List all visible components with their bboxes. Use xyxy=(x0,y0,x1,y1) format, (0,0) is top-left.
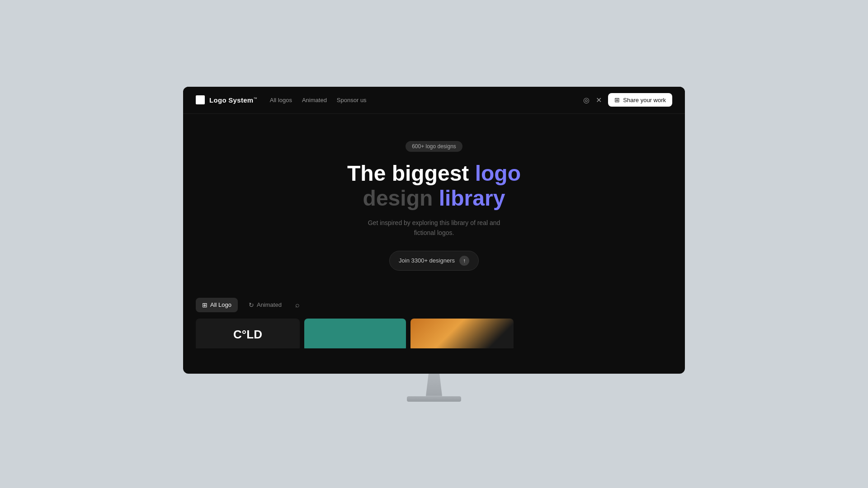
share-button-label: Share your work xyxy=(623,97,666,103)
nav-link-animated[interactable]: Animated xyxy=(302,97,327,103)
logo-square-icon xyxy=(196,95,205,104)
share-icon: ⊞ xyxy=(614,96,620,103)
filter-all-logo-button[interactable]: ⊞ All Logo xyxy=(196,298,238,312)
share-work-button[interactable]: ⊞ Share your work xyxy=(608,93,672,107)
card-logo-text: C°LD xyxy=(233,328,262,342)
filter-animated-button[interactable]: ↻ Animated xyxy=(242,298,288,312)
hero-badge: 600+ logo designs xyxy=(406,141,462,152)
filter-bar: ⊞ All Logo ↻ Animated ⌕ xyxy=(183,298,685,312)
brand-name: Logo System™ xyxy=(209,96,257,104)
gallery-row: C°LD xyxy=(183,312,685,348)
all-logo-icon: ⊞ xyxy=(202,301,208,309)
cta-arrow-icon: ↑ xyxy=(459,256,469,266)
gallery-card-dark[interactable]: C°LD xyxy=(196,319,300,348)
navbar: Logo System™ All logos Animated Sponsor … xyxy=(183,87,685,114)
hero-section: 600+ logo designs The biggest logo desig… xyxy=(183,114,685,289)
nav-link-all-logos[interactable]: All logos xyxy=(270,97,292,103)
twitter-x-icon[interactable]: ✕ xyxy=(596,96,602,104)
cta-label: Join 3300+ designers xyxy=(399,257,455,264)
screen: Logo System™ All logos Animated Sponsor … xyxy=(183,87,685,374)
gallery-card-photo[interactable] xyxy=(410,319,514,348)
animated-icon: ↻ xyxy=(249,301,254,309)
nav-links: All logos Animated Sponsor us xyxy=(270,97,367,103)
instagram-icon[interactable]: ◎ xyxy=(583,96,590,104)
search-icon: ⌕ xyxy=(295,301,300,309)
all-logo-label: All Logo xyxy=(210,301,231,308)
monitor-neck xyxy=(420,374,448,396)
nav-right: ◎ ✕ ⊞ Share your work xyxy=(583,93,672,107)
hero-subtitle: Get inspired by exploring this library o… xyxy=(362,218,506,238)
animated-label: Animated xyxy=(257,301,282,308)
logo-brand[interactable]: Logo System™ xyxy=(196,95,257,104)
nav-link-sponsor[interactable]: Sponsor us xyxy=(337,97,367,103)
gallery-card-teal[interactable] xyxy=(304,319,406,348)
nav-left: Logo System™ All logos Animated Sponsor … xyxy=(196,95,367,104)
monitor-wrapper: Logo System™ All logos Animated Sponsor … xyxy=(183,87,685,402)
cta-button[interactable]: Join 3300+ designers ↑ xyxy=(389,251,479,271)
search-button[interactable]: ⌕ xyxy=(292,298,302,312)
hero-title: The biggest logo design library xyxy=(347,161,521,211)
monitor-base xyxy=(407,396,461,402)
